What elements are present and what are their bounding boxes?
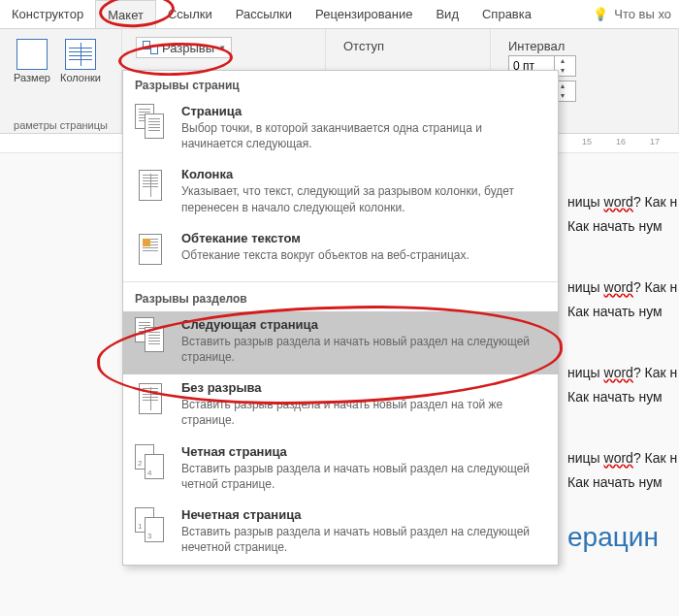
group-label-page-setup: раметры страницы xyxy=(0,119,121,131)
dd-item-title: Четная страница xyxy=(181,444,546,459)
breaks-dropdown: Разрывы страниц Страница Выбор точки, в … xyxy=(122,70,559,566)
continuous-section-icon xyxy=(135,380,168,419)
dd-item-page[interactable]: Страница Выбор точки, в которой заканчив… xyxy=(123,98,558,161)
page-size-icon xyxy=(16,39,48,70)
dd-item-title: Колонка xyxy=(181,167,546,181)
chevron-down-icon: ▾ xyxy=(220,43,225,52)
dd-item-column[interactable]: Колонка Указывает, что текст, следующий … xyxy=(123,161,558,224)
dd-section-section-breaks: Разрывы разделов xyxy=(123,284,558,311)
breaks-label: Разрывы xyxy=(162,41,214,55)
dd-item-desc: Обтекание текста вокруг объектов на веб-… xyxy=(181,247,469,263)
even-page-section-icon: 24 xyxy=(135,444,168,483)
text-wrap-icon xyxy=(135,231,168,270)
tab-maket[interactable]: Макет xyxy=(95,0,156,28)
doc-text-line: Как начать нум xyxy=(567,472,679,493)
columns-button[interactable]: Колонки xyxy=(56,35,105,87)
dd-item-desc: Вставить разрыв раздела и начать новый р… xyxy=(181,397,546,428)
spacing-label: Интервал xyxy=(499,33,670,53)
bulb-icon: 💡 xyxy=(593,7,608,21)
odd-page-section-icon: 13 xyxy=(135,507,168,546)
size-button[interactable]: Размер xyxy=(8,35,56,87)
doc-text-line: Как начать нум xyxy=(567,387,679,407)
dd-item-title: Обтекание текстом xyxy=(181,231,469,245)
doc-text-line: ницы word? Как н xyxy=(567,192,679,212)
doc-text-line: ницы word? Как н xyxy=(567,448,679,469)
tell-me-label: Что вы хо xyxy=(614,7,671,21)
dd-item-continuous[interactable]: Без разрыва Вставить разрыв раздела и на… xyxy=(123,374,558,438)
dd-item-title: Без разрыва xyxy=(181,380,546,395)
indent-label: Отступ xyxy=(334,33,482,53)
tab-vid[interactable]: Вид xyxy=(424,0,470,28)
breaks-icon xyxy=(143,41,158,54)
tab-konstruktor[interactable]: Конструктор xyxy=(0,0,95,28)
dd-item-desc: Вставить разрыв раздела и начать новый р… xyxy=(181,524,546,555)
dd-item-odd-page[interactable]: 13 Нечетная страница Вставить разрыв раз… xyxy=(123,502,558,565)
dd-item-text-wrap[interactable]: Обтекание текстом Обтекание текста вокру… xyxy=(123,225,558,279)
breaks-button[interactable]: Разрывы ▾ xyxy=(136,37,232,58)
doc-heading: ерацин xyxy=(567,522,679,553)
size-label: Размер xyxy=(14,72,50,83)
tab-recenz[interactable]: Рецензирование xyxy=(304,0,424,28)
dd-item-title: Страница xyxy=(181,104,546,118)
column-break-icon xyxy=(135,167,168,206)
columns-label: Колонки xyxy=(60,72,101,83)
doc-text-line: ницы word? Как н xyxy=(567,363,679,383)
dd-item-desc: Вставить разрыв раздела и начать новый р… xyxy=(181,334,546,365)
group-page-setup: Размер Колонки раметры страницы xyxy=(0,29,122,133)
dd-item-desc: Выбор точки, в которой заканчивается одн… xyxy=(181,120,546,151)
dd-section-page-breaks: Разрывы страниц xyxy=(123,71,558,98)
dd-item-title: Следующая страница xyxy=(181,317,546,332)
tab-spravka[interactable]: Справка xyxy=(470,0,543,28)
dd-item-desc: Указывает, что текст, следующий за разры… xyxy=(181,183,546,214)
dd-item-next-page[interactable]: Следующая страница Вставить разрыв разде… xyxy=(123,311,558,374)
page-break-icon xyxy=(135,104,168,143)
doc-text-line: ницы word? Как н xyxy=(567,277,679,298)
columns-icon xyxy=(65,39,96,70)
dd-item-even-page[interactable]: 24 Четная страница Вставить разрыв разде… xyxy=(123,438,558,502)
tell-me[interactable]: 💡 Что вы хо xyxy=(585,7,679,21)
dd-item-desc: Вставить разрыв раздела и начать новый р… xyxy=(181,461,546,492)
tab-rassylki[interactable]: Рассылки xyxy=(224,0,304,28)
doc-text-line: Как начать нум xyxy=(567,216,679,237)
next-page-section-icon xyxy=(135,317,168,356)
dd-item-title: Нечетная страница xyxy=(181,507,546,522)
ribbon-tabs: Конструктор Макет Ссылки Рассылки Реценз… xyxy=(0,0,679,29)
tab-ssylki[interactable]: Ссылки xyxy=(156,0,224,28)
doc-text-line: Как начать нум xyxy=(567,302,679,322)
dd-separator xyxy=(123,281,558,282)
